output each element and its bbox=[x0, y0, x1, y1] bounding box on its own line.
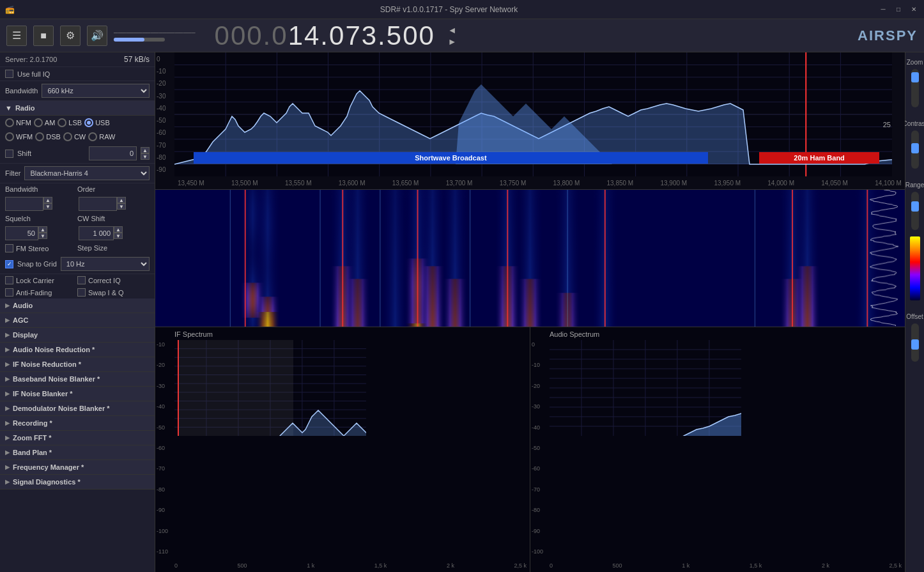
dsb-radio[interactable] bbox=[35, 132, 44, 141]
usb-radio[interactable] bbox=[84, 118, 93, 127]
close-button[interactable]: ✕ bbox=[909, 4, 919, 15]
range-slider[interactable] bbox=[911, 192, 919, 230]
section-band-plan-[interactable]: ▶Band Plan * bbox=[0, 445, 155, 460]
audio-button[interactable]: 🔊 bbox=[87, 26, 107, 46]
lock-carrier-item[interactable]: Lock Carrier bbox=[5, 276, 77, 284]
squelch-input[interactable] bbox=[5, 226, 38, 240]
snap-select[interactable]: 10 Hz bbox=[61, 257, 150, 271]
bw-up[interactable]: ▲ bbox=[43, 197, 52, 203]
cw-radio[interactable] bbox=[63, 132, 72, 141]
freq-right-arrow[interactable]: ► bbox=[448, 36, 457, 47]
nfm-label: NFM bbox=[16, 119, 31, 127]
cw-shift-stepper[interactable]: ▲ ▼ bbox=[114, 226, 123, 240]
section-label: Signal Diagnostics * bbox=[13, 478, 81, 486]
wfm-radio[interactable] bbox=[5, 132, 14, 141]
correct-iq-item[interactable]: Correct IQ bbox=[77, 276, 150, 284]
swap-iq-checkbox[interactable] bbox=[77, 288, 86, 297]
order-up[interactable]: ▲ bbox=[117, 197, 126, 203]
lsb-radio[interactable] bbox=[58, 118, 66, 127]
maximize-button[interactable]: □ bbox=[893, 4, 904, 15]
cw-shift-input[interactable] bbox=[79, 226, 114, 240]
spectrum-container: 0 -10 -20 -30 -40 -50 -60 -70 -80 -90 bbox=[155, 52, 905, 190]
menu-button[interactable]: ☰ bbox=[6, 26, 27, 46]
anti-fading-item[interactable]: Anti-Fading bbox=[5, 288, 77, 297]
section-arrow: ▶ bbox=[5, 479, 10, 485]
squelch-up[interactable]: ▲ bbox=[38, 226, 47, 233]
mode-wfm[interactable]: WFM bbox=[5, 132, 33, 141]
mode-raw[interactable]: RAW bbox=[88, 132, 115, 141]
section-audio[interactable]: ▶Audio bbox=[0, 298, 155, 313]
fm-stereo-label: FM Stereo bbox=[16, 245, 49, 252]
mode-am[interactable]: AM bbox=[34, 118, 56, 127]
section-recording-[interactable]: ▶Recording * bbox=[0, 416, 155, 431]
squelch-label: Squelch bbox=[5, 215, 77, 222]
nfm-radio[interactable] bbox=[5, 118, 14, 127]
mode-nfm[interactable]: NFM bbox=[5, 118, 31, 127]
section-label: Display bbox=[13, 331, 38, 339]
use-full-iq-checkbox[interactable] bbox=[5, 70, 13, 78]
squelch-down[interactable]: ▼ bbox=[38, 233, 47, 239]
shift-input[interactable] bbox=[89, 146, 137, 160]
swap-iq-item[interactable]: Swap I & Q bbox=[77, 288, 150, 297]
shift-up[interactable]: ▲ bbox=[141, 147, 150, 153]
filter-select[interactable]: Blackman-Harris 4 bbox=[24, 166, 150, 180]
contrast-slider[interactable] bbox=[911, 130, 919, 169]
section-zoom-fft-[interactable]: ▶Zoom FFT * bbox=[0, 431, 155, 445]
squelch-stepper[interactable]: ▲ ▼ bbox=[38, 226, 47, 240]
waterfall-canvas[interactable] bbox=[155, 190, 905, 327]
mode-usb[interactable]: USB bbox=[84, 118, 110, 127]
anti-fading-label: Anti-Fading bbox=[16, 289, 52, 297]
mode-dsb[interactable]: DSB bbox=[35, 132, 61, 141]
stop-button[interactable]: ■ bbox=[33, 26, 54, 46]
section-label: Frequency Manager * bbox=[13, 463, 84, 471]
order-num-input[interactable]: 2 000 bbox=[79, 197, 117, 211]
order-stepper[interactable]: ▲ ▼ bbox=[117, 197, 126, 211]
order-down[interactable]: ▼ bbox=[117, 203, 126, 210]
fm-stereo-checkbox[interactable] bbox=[5, 244, 13, 252]
bw-down[interactable]: ▼ bbox=[43, 203, 52, 210]
section-arrow: ▶ bbox=[5, 420, 10, 426]
fm-stereo-item[interactable]: FM Stereo bbox=[5, 244, 77, 252]
mode-group-1: NFM AM LSB USB bbox=[0, 116, 155, 130]
zoom-slider[interactable] bbox=[911, 69, 919, 107]
radio-section-header[interactable]: ▼ Radio bbox=[0, 101, 155, 116]
cw-up[interactable]: ▲ bbox=[114, 226, 123, 233]
shift-checkbox[interactable] bbox=[5, 150, 13, 158]
swap-iq-label: Swap I & Q bbox=[88, 289, 124, 297]
raw-radio[interactable] bbox=[88, 132, 97, 141]
anti-swap-row: Anti-Fading Swap I & Q bbox=[0, 286, 155, 298]
section-audio-noise-reduction-[interactable]: ▶Audio Noise Reduction * bbox=[0, 343, 155, 357]
anti-fading-checkbox[interactable] bbox=[5, 288, 13, 297]
settings-button[interactable]: ⚙ bbox=[60, 26, 81, 46]
offset-slider[interactable] bbox=[911, 323, 919, 362]
bandwidth-num-input[interactable]: 2 690 bbox=[5, 197, 43, 211]
volume-slider[interactable] bbox=[114, 38, 165, 42]
am-radio[interactable] bbox=[34, 118, 43, 127]
bandwidth-select[interactable]: 660 kHz bbox=[42, 84, 150, 98]
section-frequency-manager-[interactable]: ▶Frequency Manager * bbox=[0, 460, 155, 475]
section-label: Zoom FFT * bbox=[13, 434, 52, 442]
section-demodulator-noise-blanker-[interactable]: ▶Demodulator Noise Blanker * bbox=[0, 401, 155, 416]
section-baseband-noise-blanker-[interactable]: ▶Baseband Noise Blanker * bbox=[0, 372, 155, 387]
freq-left-arrow[interactable]: ◄ bbox=[448, 25, 457, 35]
freq-arrows[interactable]: ◄ ► bbox=[448, 25, 457, 47]
bw-stepper[interactable]: ▲ ▼ bbox=[43, 197, 52, 211]
section-display[interactable]: ▶Display bbox=[0, 328, 155, 343]
spectrum-right-label: 25 bbox=[883, 121, 891, 128]
shift-stepper[interactable]: ▲ ▼ bbox=[141, 147, 150, 160]
shift-down[interactable]: ▼ bbox=[141, 153, 150, 160]
correct-iq-checkbox[interactable] bbox=[77, 276, 86, 284]
section-if-noise-reduction-[interactable]: ▶IF Noise Reduction * bbox=[0, 357, 155, 372]
section-agc[interactable]: ▶AGC bbox=[0, 313, 155, 328]
cw-down[interactable]: ▼ bbox=[114, 233, 123, 239]
mode-lsb[interactable]: LSB bbox=[58, 118, 82, 127]
section-label: AGC bbox=[13, 316, 28, 324]
minimize-button[interactable]: ─ bbox=[878, 4, 888, 15]
snap-to-grid-checkbox[interactable] bbox=[5, 260, 13, 268]
lock-carrier-checkbox[interactable] bbox=[5, 276, 13, 284]
section-signal-diagnostics-[interactable]: ▶Signal Diagnostics * bbox=[0, 475, 155, 490]
volume-control[interactable]: ──────────────────── bbox=[114, 29, 196, 42]
mode-cw[interactable]: CW bbox=[63, 132, 86, 141]
section-if-noise-blanker-[interactable]: ▶IF Noise Blanker * bbox=[0, 387, 155, 401]
ham-band-label: 20m Ham Band bbox=[759, 152, 879, 164]
